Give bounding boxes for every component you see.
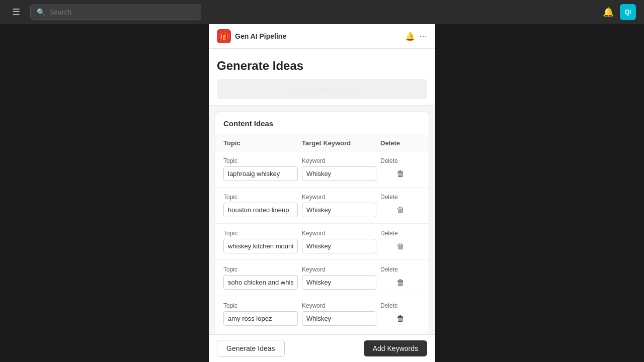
delete-button[interactable]: 🗑 <box>393 168 408 179</box>
topic-input[interactable] <box>223 166 298 181</box>
page-title-section: Generate Ideas <box>209 49 435 79</box>
generate-input-placeholder: · · · · · · · · · · · · · · · · · · · · <box>217 79 427 99</box>
delete-label: Delete <box>380 194 421 201</box>
keyword-label: Keyword <box>302 302 380 309</box>
header-bell-button[interactable]: 🔔 <box>405 32 415 41</box>
delete-button[interactable]: 🗑 <box>393 277 408 288</box>
topic-label: Topic <box>223 302 302 309</box>
notification-button[interactable]: 🔔 <box>603 7 614 18</box>
row-inputs: 🗑 <box>223 311 421 326</box>
delete-label: Delete <box>380 230 421 237</box>
keyword-input[interactable] <box>302 166 376 181</box>
table-row: Topic Keyword Delete 🗑 <box>215 224 429 260</box>
keyword-label: Keyword <box>302 194 380 201</box>
row-labels: Topic Keyword Delete <box>223 230 421 237</box>
row-labels: Topic Keyword Delete <box>223 302 421 309</box>
page-panel: 🎁 Gen AI Pipeline 🔔 ⋯ Generate Ideas · ·… <box>209 24 435 362</box>
keyword-input[interactable] <box>302 311 376 326</box>
row-inputs: 🗑 <box>223 239 421 253</box>
avatar[interactable]: Qi <box>620 4 636 20</box>
row-labels: Topic Keyword Delete <box>223 157 421 164</box>
delete-cell: 🗑 <box>380 277 421 288</box>
app-title-row: 🎁 Gen AI Pipeline <box>217 29 286 43</box>
generate-input-area: · · · · · · · · · · · · · · · · · · · · <box>209 79 435 106</box>
bottom-bar: Generate Ideas Add Keywords <box>209 334 435 362</box>
header-more-button[interactable]: ⋯ <box>419 32 427 41</box>
row-inputs: 🗑 <box>223 203 421 217</box>
content-ideas-section: Content Ideas Topic Target Keyword Delet… <box>215 112 429 362</box>
topic-label: Topic <box>223 194 302 201</box>
row-inputs: 🗑 <box>223 166 421 181</box>
keyword-input[interactable] <box>302 203 376 217</box>
table-row: Topic Keyword Delete 🗑 <box>215 151 429 188</box>
row-labels: Topic Keyword Delete <box>223 266 421 273</box>
keyword-label: Keyword <box>302 157 380 164</box>
topic-input[interactable] <box>223 239 298 253</box>
search-icon: 🔍 <box>37 8 45 16</box>
app-icon: 🎁 <box>217 29 231 43</box>
header-actions: 🔔 ⋯ <box>405 32 427 41</box>
row-labels: Topic Keyword Delete <box>223 194 421 201</box>
delete-cell: 🗑 <box>380 205 421 216</box>
generate-ideas-button[interactable]: Generate Ideas <box>217 340 285 357</box>
delete-label: Delete <box>380 157 421 164</box>
delete-label: Delete <box>380 266 421 273</box>
table-row: Topic Keyword Delete 🗑 <box>215 188 429 224</box>
add-keywords-button[interactable]: Add Keywords <box>364 340 427 356</box>
keyword-input[interactable] <box>302 239 376 253</box>
main-container: 🎁 Gen AI Pipeline 🔔 ⋯ Generate Ideas · ·… <box>0 24 644 362</box>
topic-label: Topic <box>223 157 302 164</box>
topic-input[interactable] <box>223 203 298 217</box>
top-bar-right: 🔔 Qi <box>603 4 636 20</box>
delete-button[interactable]: 🗑 <box>393 241 408 252</box>
scrollable-rows: Topic Keyword Delete 🗑 To <box>215 151 429 362</box>
page-header: 🎁 Gen AI Pipeline 🔔 ⋯ <box>209 24 435 49</box>
table-row: Topic Keyword Delete 🗑 <box>215 260 429 296</box>
delete-cell: 🗑 <box>380 168 421 179</box>
delete-button[interactable]: 🗑 <box>393 313 408 324</box>
topic-input[interactable] <box>223 311 298 326</box>
hamburger-button[interactable]: ☰ <box>8 5 24 20</box>
delete-cell: 🗑 <box>380 241 421 252</box>
page-title: Generate Ideas <box>217 59 427 73</box>
delete-button[interactable]: 🗑 <box>393 205 408 216</box>
top-bar: ☰ 🔍 🔔 Qi <box>0 0 644 24</box>
search-bar: 🔍 <box>30 5 201 20</box>
keyword-input[interactable] <box>302 275 376 290</box>
topic-label: Topic <box>223 266 302 273</box>
table-row: Topic Keyword Delete 🗑 <box>215 296 429 332</box>
topic-label: Topic <box>223 230 302 237</box>
header-topic: Topic <box>223 139 302 147</box>
row-inputs: 🗑 <box>223 275 421 290</box>
app-title: Gen AI Pipeline <box>235 32 286 40</box>
section-title: Content Ideas <box>215 112 429 135</box>
table-header: Topic Target Keyword Delete <box>215 135 429 151</box>
search-input[interactable] <box>49 8 195 16</box>
generate-placeholder-text: · · · · · · · · · · · · · · · · · · · · <box>287 85 358 93</box>
keyword-label: Keyword <box>302 230 380 237</box>
delete-cell: 🗑 <box>380 313 421 324</box>
keyword-label: Keyword <box>302 266 380 273</box>
topic-input[interactable] <box>223 275 298 290</box>
delete-label: Delete <box>380 302 421 309</box>
header-delete: Delete <box>380 139 421 147</box>
header-keyword: Target Keyword <box>302 139 380 147</box>
